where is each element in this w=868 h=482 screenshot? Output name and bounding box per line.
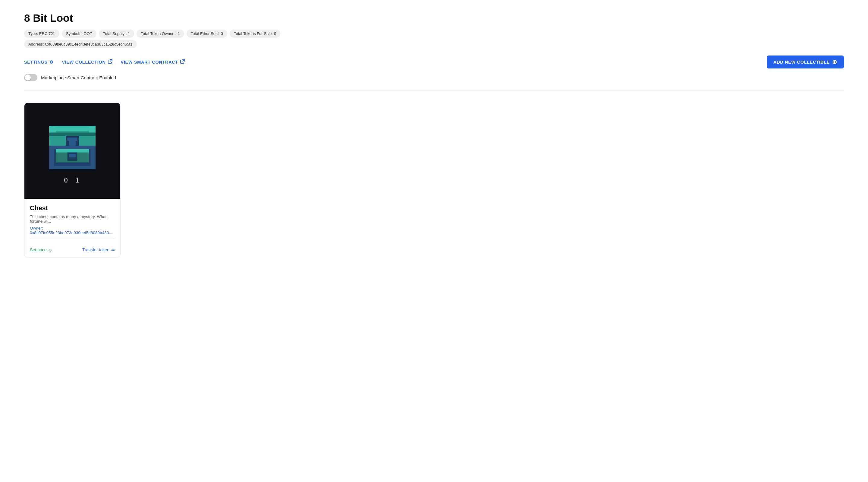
svg-rect-11 (91, 146, 96, 169)
badge-symbol: Symbol: LOOT (62, 30, 96, 38)
page-title: 8 Bit Loot (24, 12, 844, 24)
svg-text:0 1: 0 1 (64, 176, 81, 184)
collectibles-grid: 0 1 Chest This chest contains many a mys… (24, 103, 844, 257)
collectible-desc: This chest contains many a mystery. What… (30, 215, 115, 224)
view-collection-link[interactable]: VIEW COLLECTION (62, 59, 112, 65)
view-collection-label: VIEW COLLECTION (62, 60, 105, 64)
owner-label: Owner: (30, 226, 43, 230)
toggle-label: Marketplace Smart Contract Enabled (41, 75, 116, 80)
external-link-icon-contract (180, 59, 185, 65)
address-badge: Address: 0xf039be8c39c14ed43efe8ca303ca5… (24, 40, 137, 48)
add-new-label: ADD NEW COLLECTIBLE (773, 60, 830, 64)
svg-rect-16 (69, 154, 76, 158)
svg-rect-12 (49, 166, 96, 169)
view-smart-contract-label: VIEW SMART CONTRACT (121, 60, 178, 64)
view-smart-contract-link[interactable]: VIEW SMART CONTRACT (121, 59, 185, 65)
badge-type: Type: ERC 721 (24, 30, 59, 38)
svg-rect-9 (49, 146, 96, 149)
set-price-link[interactable]: Set price ◇ (30, 247, 52, 252)
card-divider (30, 238, 115, 239)
badges-row: Type: ERC 721 Symbol: LOOT Total Supply … (24, 30, 844, 38)
toggle-knob (25, 75, 31, 81)
transfer-token-link[interactable]: Transfer token ⇄ (82, 247, 115, 252)
card-actions: Set price ◇ Transfer token ⇄ (24, 247, 120, 257)
collectible-info: Chest This chest contains many a mystery… (24, 199, 120, 247)
badge-token-owners: Total Token Owners: 1 (136, 30, 184, 38)
transfer-icon: ⇄ (111, 247, 115, 252)
collectible-owner: Owner: 0x8c97fc055e23be973e939eef5d8089b… (30, 226, 115, 235)
plus-icon: ⊕ (832, 59, 837, 65)
svg-rect-10 (49, 146, 54, 169)
owner-address[interactable]: 0x8c97fc055e23be973e939eef5d8089b430... (30, 230, 113, 235)
collectible-card-chest: 0 1 Chest This chest contains many a mys… (24, 103, 121, 257)
external-link-icon-collection (107, 59, 113, 65)
svg-rect-4 (49, 133, 96, 136)
badge-ether-sold: Total Ether Sold: 0 (187, 30, 227, 38)
badge-tokens-for-sale: Total Tokens For Sale: 0 (230, 30, 280, 38)
svg-rect-6 (67, 138, 78, 141)
marketplace-toggle[interactable] (24, 74, 37, 81)
toggle-row: Marketplace Smart Contract Enabled (24, 74, 844, 81)
section-divider (24, 90, 844, 90)
tag-icon: ◇ (49, 247, 52, 252)
svg-rect-7 (69, 141, 76, 146)
badge-total-supply: Total Supply : 1 (99, 30, 134, 38)
collectible-name: Chest (30, 204, 115, 212)
collectible-image: 0 1 (24, 103, 120, 199)
transfer-label: Transfer token (82, 247, 110, 252)
svg-rect-1 (51, 126, 94, 131)
settings-label: SETTINGS (24, 60, 48, 64)
actions-row: SETTINGS ⚙ VIEW COLLECTION VIEW SMART CO… (24, 56, 844, 68)
svg-rect-14 (56, 149, 89, 152)
svg-rect-2 (49, 126, 56, 133)
settings-link[interactable]: SETTINGS ⚙ (24, 60, 53, 64)
svg-rect-3 (89, 126, 96, 133)
gear-icon: ⚙ (50, 60, 54, 64)
set-price-label: Set price (30, 247, 47, 252)
add-new-collectible-button[interactable]: ADD NEW COLLECTIBLE ⊕ (767, 56, 844, 68)
